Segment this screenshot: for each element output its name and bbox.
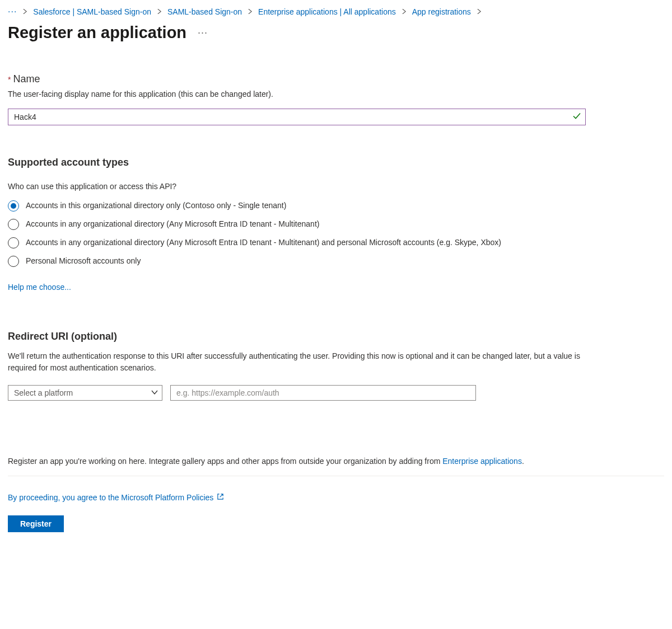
footer-note-suffix: . [522,457,524,466]
name-label-row: * Name [8,73,664,85]
name-input-wrapper [8,109,586,125]
footer-note-prefix: Register an app you're working on here. … [8,457,442,466]
external-link-icon [217,493,224,502]
platform-select[interactable]: Select a platform [8,385,162,401]
radio-icon [8,219,19,230]
redirect-title: Redirect URI (optional) [8,331,664,342]
breadcrumb-item-2[interactable]: Enterprise applications | All applicatio… [258,7,396,16]
more-actions-icon[interactable]: ··· [198,27,208,39]
name-label: Name [13,73,40,85]
radio-label: Accounts in this organizational director… [26,200,286,211]
chevron-right-icon [22,8,27,16]
page-header: Register an application ··· [8,24,664,42]
breadcrumb-overflow[interactable]: ··· [8,7,17,17]
radio-label: Personal Microsoft accounts only [26,255,141,266]
redirect-uri-input[interactable] [170,385,476,401]
register-button[interactable]: Register [8,515,64,532]
redirect-section: Redirect URI (optional) We'll return the… [8,331,664,401]
platform-select-wrapper: Select a platform [8,385,162,401]
radio-multitenant-personal[interactable]: Accounts in any organizational directory… [8,237,664,248]
radio-single-tenant[interactable]: Accounts in this organizational director… [8,200,664,212]
radio-multitenant[interactable]: Accounts in any organizational directory… [8,218,664,230]
radio-icon [8,200,19,212]
footer-note: Register an app you're working on here. … [8,457,664,466]
policy-link-text: By proceeding, you agree to the Microsof… [8,493,213,502]
radio-icon [8,237,19,248]
account-types-title: Supported account types [8,157,664,168]
breadcrumb-item-1[interactable]: SAML-based Sign-on [167,7,242,16]
platform-policies-link[interactable]: By proceeding, you agree to the Microsof… [8,493,224,502]
redirect-controls: Select a platform [8,385,664,401]
help-me-choose-link[interactable]: Help me choose... [8,283,71,292]
radio-icon [8,256,19,267]
breadcrumb-item-0[interactable]: Salesforce | SAML-based Sign-on [33,7,151,16]
chevron-right-icon [402,8,407,16]
radio-label: Accounts in any organizational directory… [26,237,501,248]
redirect-description: We'll return the authentication response… [8,350,601,374]
account-types-radio-group: Accounts in this organizational director… [8,200,664,267]
radio-personal-only[interactable]: Personal Microsoft accounts only [8,255,664,267]
chevron-right-icon [157,8,162,16]
divider [8,476,664,476]
account-types-question: Who can use this application or access t… [8,182,664,191]
radio-label: Accounts in any organizational directory… [26,218,319,229]
chevron-right-icon [477,8,482,16]
required-indicator: * [8,75,11,84]
chevron-right-icon [248,8,253,16]
name-description: The user-facing display name for this ap… [8,90,664,98]
enterprise-applications-link[interactable]: Enterprise applications [442,457,522,466]
name-input[interactable] [8,109,586,125]
page-title: Register an application [8,24,186,42]
breadcrumb-item-3[interactable]: App registrations [412,7,471,16]
breadcrumb: ··· Salesforce | SAML-based Sign-on SAML… [8,7,664,17]
